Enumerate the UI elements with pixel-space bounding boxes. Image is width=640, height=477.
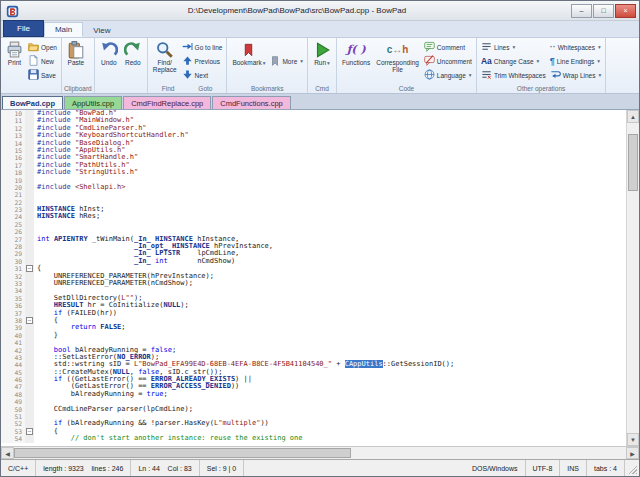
- scroll-down-button[interactable]: ▼: [627, 433, 639, 446]
- fold-margin[interactable]: [25, 213, 34, 220]
- fold-margin[interactable]: [25, 117, 34, 124]
- lines-button[interactable]: Lines▾: [479, 41, 548, 53]
- fold-margin[interactable]: [25, 324, 34, 331]
- comment-button[interactable]: Comment: [422, 41, 474, 53]
- fold-margin[interactable]: –: [25, 265, 34, 272]
- horizontal-scroll-track[interactable]: [14, 447, 626, 459]
- line-number[interactable]: 11: [1, 117, 25, 124]
- trim-whitespaces-button[interactable]: Trim Whitespaces: [479, 69, 548, 81]
- line-number[interactable]: 21: [1, 191, 25, 198]
- fold-margin[interactable]: [25, 177, 34, 184]
- vertical-scrollbar[interactable]: ▲ ▼: [626, 110, 639, 446]
- fold-margin[interactable]: [25, 413, 34, 420]
- fold-collapse-icon[interactable]: –: [26, 317, 33, 324]
- line-number[interactable]: 43: [1, 354, 25, 361]
- scroll-left-button[interactable]: ◀: [1, 447, 14, 459]
- code-line[interactable]: 54 // don't start another instance: reus…: [1, 435, 626, 442]
- resize-grip[interactable]: [625, 460, 639, 476]
- line-number[interactable]: 34: [1, 287, 25, 294]
- line-number[interactable]: 29: [1, 250, 25, 257]
- fold-margin[interactable]: [25, 302, 34, 309]
- code-line[interactable]: 21: [1, 191, 626, 198]
- vertical-scroll-thumb[interactable]: [628, 134, 638, 191]
- code-line[interactable]: 37 if (FAILED(hr)): [1, 310, 626, 317]
- fold-margin[interactable]: [25, 376, 34, 383]
- line-number[interactable]: 22: [1, 199, 25, 206]
- line-number[interactable]: 36: [1, 302, 25, 309]
- fold-margin[interactable]: [25, 354, 34, 361]
- bookmarks-more-button[interactable]: More▾: [268, 55, 305, 67]
- fold-margin[interactable]: –: [25, 317, 34, 324]
- fold-margin[interactable]: [25, 191, 34, 198]
- find-replace-button[interactable]: Find/Replace: [150, 39, 180, 83]
- line-number[interactable]: 47: [1, 383, 25, 390]
- line-number[interactable]: 50: [1, 406, 25, 413]
- line-number[interactable]: 30: [1, 258, 25, 265]
- fold-margin[interactable]: [25, 110, 34, 117]
- fold-margin[interactable]: [25, 199, 34, 206]
- code-line[interactable]: 48 bAlreadyRunning = true;: [1, 391, 626, 398]
- line-number[interactable]: 17: [1, 162, 25, 169]
- status-tab-width[interactable]: tabs : 4: [587, 460, 625, 476]
- editor-pane[interactable]: 10#include "BowPad.h"11#include "MainWin…: [1, 110, 639, 446]
- line-number[interactable]: 46: [1, 376, 25, 383]
- next-button[interactable]: Next: [180, 69, 225, 81]
- fold-margin[interactable]: [25, 347, 34, 354]
- line-number[interactable]: 24: [1, 213, 25, 220]
- fold-margin[interactable]: [25, 420, 34, 427]
- fold-margin[interactable]: –: [25, 428, 34, 435]
- run-button[interactable]: Run▾: [310, 39, 334, 83]
- fold-margin[interactable]: [25, 273, 34, 280]
- fold-margin[interactable]: [25, 250, 34, 257]
- fold-margin[interactable]: [25, 228, 34, 235]
- doc-tab-cmdfunctions-cpp[interactable]: CmdFunctions.cpp: [212, 96, 291, 109]
- fold-margin[interactable]: [25, 361, 34, 368]
- line-number[interactable]: 10: [1, 110, 25, 117]
- line-number[interactable]: 26: [1, 228, 25, 235]
- fold-margin[interactable]: [25, 140, 34, 147]
- fold-margin[interactable]: [25, 332, 34, 339]
- line-number[interactable]: 42: [1, 347, 25, 354]
- fold-margin[interactable]: [25, 206, 34, 213]
- line-number[interactable]: 14: [1, 140, 25, 147]
- line-number[interactable]: 28: [1, 243, 25, 250]
- code-line[interactable]: 18#include "StringUtils.h": [1, 169, 626, 176]
- paste-button[interactable]: Paste: [64, 39, 88, 83]
- line-number[interactable]: 39: [1, 324, 25, 331]
- status-insert-mode[interactable]: INS: [560, 460, 587, 476]
- fold-margin[interactable]: [25, 236, 34, 243]
- fold-margin[interactable]: [25, 398, 34, 405]
- fold-margin[interactable]: [25, 391, 34, 398]
- line-number[interactable]: 54: [1, 435, 25, 442]
- line-number[interactable]: 23: [1, 206, 25, 213]
- line-number[interactable]: 53: [1, 428, 25, 435]
- horizontal-scroll-thumb[interactable]: [14, 448, 351, 458]
- line-number[interactable]: 27: [1, 236, 25, 243]
- status-caret[interactable]: Ln : 44 Col : 83: [131, 460, 199, 476]
- code-line[interactable]: 52 if (bAlreadyRunning && !parser.HasKey…: [1, 420, 626, 427]
- line-number[interactable]: 19: [1, 177, 25, 184]
- line-number[interactable]: 41: [1, 339, 25, 346]
- code-line[interactable]: 40 }: [1, 332, 626, 339]
- corresponding-file-button[interactable]: c↔hCorrespondingFile: [373, 39, 422, 83]
- fold-margin[interactable]: [25, 132, 34, 139]
- status-length-lines[interactable]: length : 9323 lines : 246: [36, 460, 131, 476]
- line-number[interactable]: 51: [1, 413, 25, 420]
- line-number[interactable]: 16: [1, 154, 25, 161]
- fold-collapse-icon[interactable]: –: [26, 265, 33, 272]
- fold-margin[interactable]: [25, 125, 34, 132]
- status-language[interactable]: C/C++: [1, 460, 36, 476]
- doc-tab-cmdfindreplace-cpp[interactable]: CmdFindReplace.cpp: [123, 96, 211, 109]
- fold-margin[interactable]: [25, 383, 34, 390]
- fold-margin[interactable]: [25, 339, 34, 346]
- line-number[interactable]: 44: [1, 361, 25, 368]
- wrap-lines-button[interactable]: Wrap Lines▾: [548, 69, 604, 81]
- title-bar[interactable]: D:\Development\BowPad\BowPad\src\BowPad.…: [1, 1, 639, 21]
- scroll-up-button[interactable]: ▲: [627, 110, 639, 123]
- line-number[interactable]: 18: [1, 169, 25, 176]
- scroll-right-button[interactable]: ▶: [626, 447, 639, 459]
- fold-margin[interactable]: [25, 169, 34, 176]
- fold-margin[interactable]: [25, 147, 34, 154]
- status-eol-format[interactable]: DOS/Windows: [465, 460, 526, 476]
- status-selection[interactable]: Sel : 9 | 0: [200, 460, 244, 476]
